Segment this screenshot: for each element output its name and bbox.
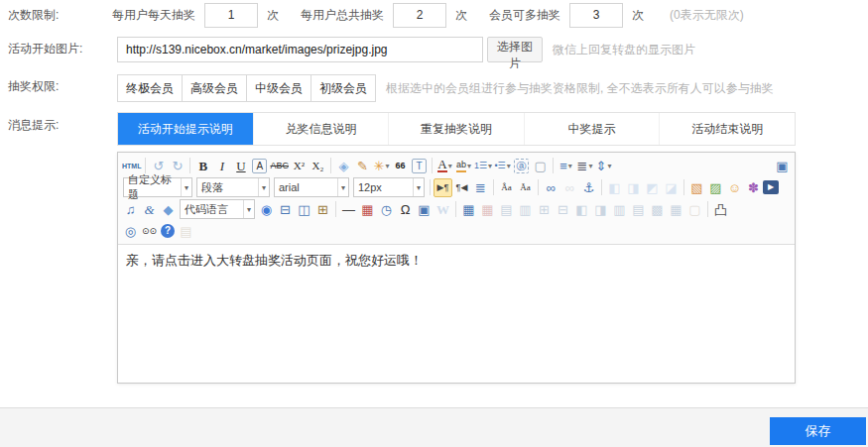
insert-time-icon[interactable]: ◷ [377,200,396,219]
insert-col-left-icon: ◧ [572,200,591,219]
preview-icon[interactable]: ◎ [121,222,140,241]
limit-field-label: 会员可多抽奖 [489,7,560,24]
flash-icon[interactable]: ◆ [159,200,178,219]
columns-icon[interactable]: ◫ [295,200,313,219]
paste-plain-icon[interactable]: T [412,159,427,173]
chevron-down-icon: ▾ [488,157,492,175]
editor-content[interactable]: 亲，请点击进入大转盘抽奖活动页面，祝您好运哦！ [118,245,795,383]
member-option-button[interactable]: 高级会员 [182,74,247,102]
font-box-icon[interactable]: A [252,159,267,173]
justify-ext-icon[interactable]: ≣ [471,178,490,197]
member-option-button[interactable]: 初级会员 [310,74,376,102]
message-tab[interactable]: 活动结束说明 [659,113,795,145]
delete-table-icon: ▦ [478,200,497,219]
toolbar-separator [601,179,602,195]
print-icon[interactable]: 凸 [711,200,730,219]
toolbar-separator [553,158,554,173]
superscript-icon[interactable]: X² [290,157,309,175]
rtl-icon[interactable]: ¶◀ [452,178,471,197]
auto-typeset-icon[interactable]: ✳▾ [372,157,391,175]
member-option-button[interactable]: 中级会员 [246,74,311,102]
uppercase-icon[interactable]: Âa [497,178,516,197]
split-cells-icon: ▦ [667,200,685,219]
code-language-select[interactable]: 代码语言▾ [180,199,255,219]
message-tab[interactable]: 兑奖信息说明 [253,113,389,145]
ordered-list-icon[interactable]: 1☰▾ [473,157,493,175]
chevron-down-icon: ▾ [467,157,471,175]
insert-date-icon[interactable]: ▦ [358,200,377,219]
align-icon[interactable]: ≣▾ [575,157,594,175]
strikethrough-icon[interactable]: ABC [269,157,290,175]
toolbar-separator [493,179,494,195]
message-content: 活动开始提示说明兑奖信息说明重复抽奖说明中奖提示活动结束说明 [117,112,796,146]
toolbar-row-2: 自定义标题▾段落▾arial▾12px▾▶¶¶◀≣ÂaÃa∞∞⚓◧◨◩◪▧▨☺✽… [121,176,792,198]
toolbar-separator [432,158,433,173]
permission-row: 抽奖权限: 终极会员高级会员中级会员初级会员 根据选中的会员组进行参与抽奖资格限… [0,73,868,103]
bold-icon[interactable]: B [193,157,212,175]
font-size-select[interactable]: 12px▾ [353,177,425,197]
lowercase-icon[interactable]: Ãa [516,178,535,197]
attachment-icon[interactable]: & [140,200,159,219]
insert-col-right-icon: ◨ [591,200,610,219]
member-option-button[interactable]: 终极会员 [117,74,183,102]
limit-count-input-1[interactable] [204,3,258,28]
heading-style-select[interactable]: 自定义标题▾ [123,177,192,197]
message-tab[interactable]: 中奖提示 [524,113,660,145]
new-page-icon[interactable]: ▢ [531,157,550,175]
link-icon[interactable]: ∞ [542,178,560,197]
inline-anchor-icon[interactable]: ⓐ [514,159,529,173]
help-icon[interactable]: ? [161,224,175,238]
rich-text-editor: HTML↺↻BIUAABCX²X₂◈✎✳▾66TA▾ab▾1☰▾•☰▾ⓐ▢≡▾≣… [117,152,796,384]
insert-code-icon[interactable]: ◉ [257,200,276,219]
save-button[interactable]: 保存 [770,417,866,445]
upload-image-icon[interactable]: ▨ [706,178,725,197]
toolbar-separator [335,201,336,217]
limit-count-input-3[interactable] [569,3,623,28]
message-tab[interactable]: 重复抽奖说明 [388,113,524,145]
limit-count-input-2[interactable] [393,3,446,28]
format-brush-icon[interactable]: ✎ [353,157,372,175]
iframe-icon[interactable]: ⊞ [313,200,332,219]
toolbar-separator [707,201,708,217]
insert-image-icon[interactable]: ▧ [687,178,706,197]
line-height-icon[interactable]: ⇕▾ [594,157,613,175]
computer-icon[interactable]: ▣ [415,200,434,219]
start-image-label: 活动开始图片: [8,36,82,61]
limit-field-suffix: 次 [632,7,644,24]
limit-field-label: 每用户总共抽奖 [301,7,384,24]
find-replace-icon[interactable]: ⊙⊙ [140,222,159,241]
choose-image-button[interactable]: 选择图片 [487,37,543,62]
image-float-left-icon: ◧ [605,178,624,197]
chevron-down-icon: ▾ [507,157,511,175]
font-family-select[interactable]: arial▾ [274,177,349,197]
font-color-icon[interactable]: A▾ [435,157,454,175]
chevron-down-icon: ▾ [568,157,572,175]
eraser-icon[interactable]: ◈ [334,157,353,175]
emoticon-icon[interactable]: ☺ [725,178,744,197]
horizontal-rule-icon[interactable]: — [339,200,358,219]
page-break-icon[interactable]: ⊟ [276,200,295,219]
fullscreen-icon[interactable]: ▣ [773,157,792,175]
subscript-icon[interactable]: X₂ [309,157,327,175]
underline-icon[interactable]: U [231,157,250,175]
unordered-list-icon[interactable]: •☰▾ [493,157,512,175]
paragraph-select[interactable]: 段落▾ [196,177,270,197]
italic-icon[interactable]: I [212,157,231,175]
insert-table-icon[interactable]: ▦ [459,200,478,219]
audio-icon[interactable]: ♫ [121,200,140,219]
anchor-icon[interactable]: ⚓ [579,178,598,197]
blockquote-icon[interactable]: 66 [391,157,410,175]
chevron-down-icon: ▾ [258,178,269,196]
merge-cells-icon: ▩ [648,200,667,219]
ltr-icon[interactable]: ▶¶ [434,178,452,197]
graffiti-icon[interactable]: ✽ [744,178,763,197]
message-tab[interactable]: 活动开始提示说明 [118,113,253,145]
media-icon[interactable]: ▶ [763,180,779,194]
message-tabbar: 活动开始提示说明兑奖信息说明重复抽奖说明中奖提示活动结束说明 [117,112,796,146]
font-size-select-value: 12px [358,181,382,193]
highlight-color-icon[interactable]: ab▾ [454,157,473,175]
editor-toolbar: HTML↺↻BIUAABCX²X₂◈✎✳▾66TA▾ab▾1☰▾•☰▾ⓐ▢≡▾≣… [118,153,795,245]
text-indent-icon[interactable]: ≡▾ [557,157,575,175]
image-url-input[interactable] [117,37,483,62]
special-char-icon[interactable]: Ω [396,200,415,219]
